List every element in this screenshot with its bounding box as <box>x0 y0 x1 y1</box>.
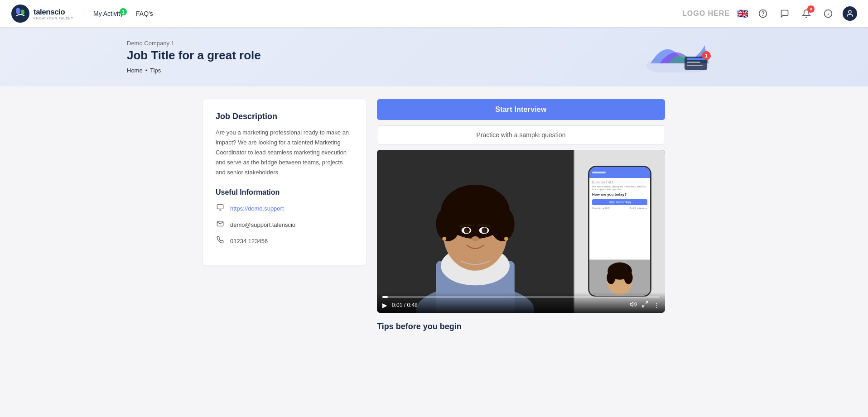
start-interview-button[interactable]: Start Interview <box>377 99 665 120</box>
svg-rect-16 <box>217 205 223 209</box>
svg-text:1: 1 <box>705 53 708 58</box>
breadcrumb-separator: • <box>145 67 148 74</box>
svg-point-30 <box>456 192 495 211</box>
svg-point-8 <box>849 10 851 13</box>
navbar: talenscio KNOW YOUR TALENT My Activity 1… <box>0 0 868 27</box>
tips-section: Tips before you begin <box>377 318 665 331</box>
navbar-right: LOGO HERE 🇬🇧 0 <box>682 6 857 21</box>
more-options-button[interactable]: ⋮ <box>653 302 660 309</box>
svg-rect-13 <box>687 58 705 60</box>
info-button[interactable] <box>821 6 835 21</box>
video-scene: Question 1 of 1 We recommend taking no m… <box>377 150 665 313</box>
help-button[interactable] <box>756 6 770 21</box>
hero-banner: Demo Company 1 Job Title for a great rol… <box>0 27 868 86</box>
phone-timer: Used time 0:00 3 of 2 attempts <box>592 207 647 210</box>
svg-point-39 <box>504 237 508 241</box>
video-time: 0:01 / 0:48 <box>392 302 418 308</box>
fullscreen-button[interactable] <box>641 301 649 309</box>
user-avatar[interactable] <box>843 6 857 21</box>
svg-point-1 <box>16 8 20 14</box>
svg-line-48 <box>642 305 645 307</box>
practice-button[interactable]: Practice with a sample question <box>377 125 665 144</box>
phone-value[interactable]: 01234 123456 <box>230 238 268 244</box>
video-progress-bar[interactable] <box>382 296 660 298</box>
svg-point-34 <box>482 227 487 233</box>
svg-point-35 <box>467 228 469 230</box>
job-description-text: Are you a marketing professional ready t… <box>216 128 353 177</box>
phone-content: Question 1 of 1 We recommend taking no m… <box>589 178 650 259</box>
video-main <box>377 150 574 313</box>
phone-question-number: Question 1 of 1 <box>592 181 647 184</box>
hero-illustration: 1 <box>641 32 714 72</box>
svg-point-33 <box>464 227 470 233</box>
right-panel: Start Interview Practice with a sample q… <box>377 99 665 331</box>
tips-title: Tips before you begin <box>377 322 665 331</box>
notifications-button[interactable]: 0 <box>799 6 814 21</box>
info-phone: 01234 123456 <box>216 236 353 245</box>
svg-line-47 <box>646 302 648 304</box>
main-nav: My Activity 1 FAQ's <box>88 7 682 20</box>
phone-stop-recording[interactable]: Stop Recording <box>592 199 647 205</box>
phone-screen: Question 1 of 1 We recommend taking no m… <box>589 167 650 296</box>
breadcrumb-home[interactable]: Home <box>127 67 143 74</box>
video-container: Question 1 of 1 We recommend taking no m… <box>377 150 665 313</box>
useful-info-title: Useful Information <box>216 188 353 197</box>
svg-point-0 <box>11 5 29 23</box>
logo-text: talenscio <box>34 8 73 17</box>
video-phone-side: Question 1 of 1 We recommend taking no m… <box>574 150 665 313</box>
controls-row: ▶ 0:01 / 0:48 <box>382 301 660 309</box>
phone-question-text: How are you today? <box>592 192 647 197</box>
nav-item-activity[interactable]: My Activity 1 <box>88 7 129 20</box>
svg-rect-14 <box>687 62 700 63</box>
phone-video-preview <box>589 259 650 296</box>
phone-mockup: Question 1 of 1 We recommend taking no m… <box>588 166 651 297</box>
svg-rect-15 <box>687 65 703 66</box>
info-email: demo@support.talenscio <box>216 220 353 229</box>
notifications-badge: 0 <box>807 5 815 13</box>
monitor-icon <box>216 204 225 213</box>
svg-point-45 <box>624 271 633 284</box>
volume-button[interactable] <box>630 301 637 309</box>
breadcrumb-tips[interactable]: Tips <box>150 67 161 74</box>
phone-attempts: 3 of 2 attempts <box>629 207 647 210</box>
activity-badge: 1 <box>120 8 127 15</box>
partner-logo: LOGO HERE <box>682 10 730 18</box>
email-value[interactable]: demo@support.talenscio <box>230 221 295 228</box>
info-website: https://demo.support <box>216 204 353 213</box>
chat-button[interactable] <box>777 6 792 21</box>
svg-point-36 <box>485 228 487 230</box>
mail-icon <box>216 220 225 229</box>
svg-marker-46 <box>630 302 633 306</box>
logo-link[interactable]: talenscio KNOW YOUR TALENT <box>11 4 73 23</box>
phone-icon <box>216 236 225 245</box>
play-button[interactable]: ▶ <box>382 302 387 309</box>
controls-right: ⋮ <box>630 301 660 309</box>
left-panel: Job Description Are you a marketing prof… <box>203 99 366 265</box>
phone-header <box>589 167 650 178</box>
svg-point-44 <box>607 271 615 284</box>
svg-point-38 <box>442 237 446 241</box>
phone-time-used: Used time 0:00 <box>592 207 610 210</box>
job-description-title: Job Description <box>216 112 353 121</box>
phone-question-note: We recommend taking no more than 1m 00s … <box>592 185 647 191</box>
svg-point-37 <box>471 236 479 241</box>
logo-tagline: KNOW YOUR TALENT <box>34 17 73 20</box>
video-controls: ▶ 0:01 / 0:48 <box>377 292 665 313</box>
main-content: Job Description Are you a marketing prof… <box>194 86 674 344</box>
svg-point-4 <box>763 15 763 16</box>
nav-item-faqs[interactable]: FAQ's <box>130 7 159 20</box>
video-progress-fill <box>382 296 388 298</box>
language-flag[interactable]: 🇬🇧 <box>737 8 748 19</box>
website-value[interactable]: https://demo.support <box>230 205 284 212</box>
